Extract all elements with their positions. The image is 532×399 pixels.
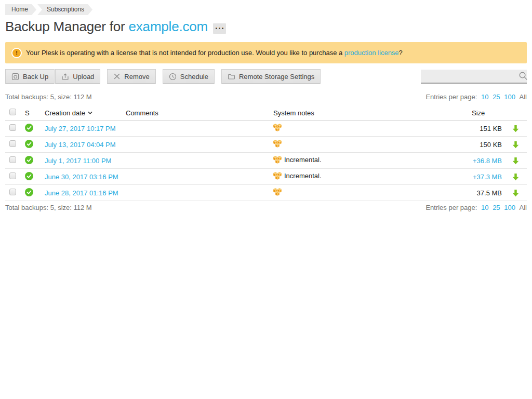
- total-backups-text: Total backups: 5, size: 112 M: [5, 93, 92, 101]
- per-page-all-selected: All: [520, 93, 527, 101]
- download-icon[interactable]: [512, 141, 519, 149]
- select-all-checkbox[interactable]: [9, 109, 16, 115]
- per-page-25-link[interactable]: 25: [493, 93, 500, 101]
- upload-icon: [61, 73, 69, 81]
- backup-size: 151 KB: [480, 125, 502, 132]
- status-success-icon: [25, 140, 33, 148]
- entries-label-bottom: Entries per page:: [425, 204, 477, 211]
- toolbar: Back Up Upload Remove: [5, 69, 527, 84]
- multivolume-backup-icon: [273, 124, 282, 131]
- summary-top: Total backups: 5, size: 112 M Entries pe…: [5, 93, 527, 101]
- total-backups-text-bottom: Total backups: 5, size: 112 M: [5, 204, 92, 211]
- header-comments: Comments: [121, 109, 268, 117]
- table-row: June 28, 2017 01:16 PM 37.5 MB: [5, 185, 527, 201]
- table-header-row: S Creation date Comments System notes Si…: [5, 105, 527, 121]
- entries-per-page-bottom: Entries per page: 10 25 100 All: [425, 204, 527, 211]
- backups-table: S Creation date Comments System notes Si…: [5, 105, 527, 201]
- schedule-button[interactable]: Schedule: [163, 69, 215, 84]
- more-actions-button[interactable]: [213, 23, 226, 34]
- multivolume-backup-icon: [273, 156, 282, 164]
- table-row: July 1, 2017 11:00 PM Incremental. +36.8…: [5, 153, 527, 169]
- search-icon[interactable]: [518, 71, 531, 81]
- backup-date-link[interactable]: July 13, 2017 04:04 PM: [45, 141, 116, 149]
- page-title: Backup Manager for example.com: [5, 19, 208, 35]
- folder-icon: [228, 73, 235, 81]
- download-icon[interactable]: [512, 125, 519, 132]
- system-note-text: Incremental.: [284, 156, 322, 164]
- warning-text: Your Plesk is operating with a license t…: [26, 49, 403, 57]
- remote-storage-group: Remote Storage Settings: [221, 69, 321, 84]
- entries-label: Entries per page:: [425, 93, 477, 101]
- remote-storage-settings-label: Remote Storage Settings: [239, 73, 314, 81]
- backup-upload-group: Back Up Upload: [5, 69, 100, 84]
- remote-storage-settings-button[interactable]: Remote Storage Settings: [221, 69, 321, 84]
- remove-group: Remove: [107, 69, 155, 84]
- back-up-button[interactable]: Back Up: [5, 69, 55, 84]
- status-success-icon: [25, 156, 33, 164]
- upload-label: Upload: [73, 73, 94, 81]
- summary-bottom: Total backups: 5, size: 112 M Entries pe…: [5, 204, 527, 211]
- header-status: S: [20, 109, 39, 117]
- row-checkbox[interactable]: [9, 189, 16, 195]
- schedule-label: Schedule: [180, 73, 208, 81]
- download-icon[interactable]: [512, 157, 519, 165]
- multivolume-backup-icon: [273, 188, 282, 196]
- back-up-label: Back Up: [23, 73, 48, 81]
- per-page-100-link[interactable]: 100: [504, 93, 515, 101]
- per-page-10-link[interactable]: 10: [481, 93, 488, 101]
- breadcrumb-subscriptions[interactable]: Subscriptions: [37, 4, 92, 15]
- system-note-text: Incremental.: [284, 172, 322, 180]
- backup-size: 37.5 MB: [477, 189, 502, 197]
- backup-date-link[interactable]: June 28, 2017 01:16 PM: [45, 189, 118, 197]
- table-body: July 27, 2017 10:17 PM 151 KB July 13, 2…: [5, 121, 527, 201]
- title-prefix: Backup Manager for: [5, 19, 129, 34]
- schedule-icon: [169, 73, 177, 81]
- backup-size: 150 KB: [480, 141, 502, 149]
- license-warning-banner: ! Your Plesk is operating with a license…: [5, 42, 527, 63]
- backup-date-link[interactable]: June 30, 2017 03:16 PM: [45, 173, 118, 181]
- breadcrumb: Home Subscriptions: [5, 4, 527, 15]
- per-page-100-link-bottom[interactable]: 100: [504, 204, 515, 211]
- status-success-icon: [25, 172, 33, 180]
- per-page-10-link-bottom[interactable]: 10: [481, 204, 488, 211]
- upload-button[interactable]: Upload: [55, 69, 100, 84]
- row-checkbox[interactable]: [9, 156, 16, 163]
- backup-date-link[interactable]: July 27, 2017 10:17 PM: [45, 125, 116, 132]
- per-page-25-link-bottom[interactable]: 25: [493, 204, 500, 211]
- row-checkbox[interactable]: [9, 140, 16, 147]
- search-input[interactable]: [421, 70, 518, 83]
- remove-label: Remove: [124, 73, 149, 81]
- title-row: Backup Manager for example.com: [5, 19, 527, 35]
- header-size: Size: [467, 109, 504, 117]
- domain-link[interactable]: example.com: [129, 19, 208, 34]
- schedule-group: Schedule: [163, 69, 215, 84]
- download-icon[interactable]: [512, 189, 519, 197]
- backup-size[interactable]: +36.8 MB: [473, 157, 502, 165]
- breadcrumb-home[interactable]: Home: [5, 4, 36, 15]
- remove-button[interactable]: Remove: [107, 69, 155, 84]
- search-box: [421, 70, 527, 84]
- warning-icon: !: [12, 49, 21, 57]
- production-license-link[interactable]: production license: [344, 49, 399, 57]
- backup-date-link[interactable]: July 1, 2017 11:00 PM: [45, 157, 111, 165]
- per-page-all-selected-bottom: All: [520, 204, 527, 211]
- status-success-icon: [25, 188, 33, 196]
- entries-per-page-top: Entries per page: 10 25 100 All: [425, 93, 527, 101]
- backup-size[interactable]: +37.3 MB: [473, 173, 502, 181]
- remove-icon: [113, 73, 121, 80]
- ellipsis-icon: [216, 28, 223, 29]
- sort-desc-icon: [88, 111, 92, 114]
- row-checkbox[interactable]: [9, 172, 16, 179]
- table-row: July 13, 2017 04:04 PM 150 KB: [5, 137, 527, 153]
- status-success-icon: [25, 124, 33, 132]
- multivolume-backup-icon: [273, 172, 282, 180]
- backup-manager-page: Home Subscriptions Backup Manager for ex…: [0, 0, 532, 211]
- header-system-notes: System notes: [268, 109, 467, 117]
- backup-icon: [11, 73, 19, 81]
- header-creation-date[interactable]: Creation date: [45, 109, 92, 117]
- table-row: June 30, 2017 03:16 PM Incremental. +37.…: [5, 169, 527, 185]
- table-row: July 27, 2017 10:17 PM 151 KB: [5, 121, 527, 137]
- download-icon[interactable]: [512, 173, 519, 181]
- multivolume-backup-icon: [273, 140, 282, 148]
- row-checkbox[interactable]: [9, 124, 16, 131]
